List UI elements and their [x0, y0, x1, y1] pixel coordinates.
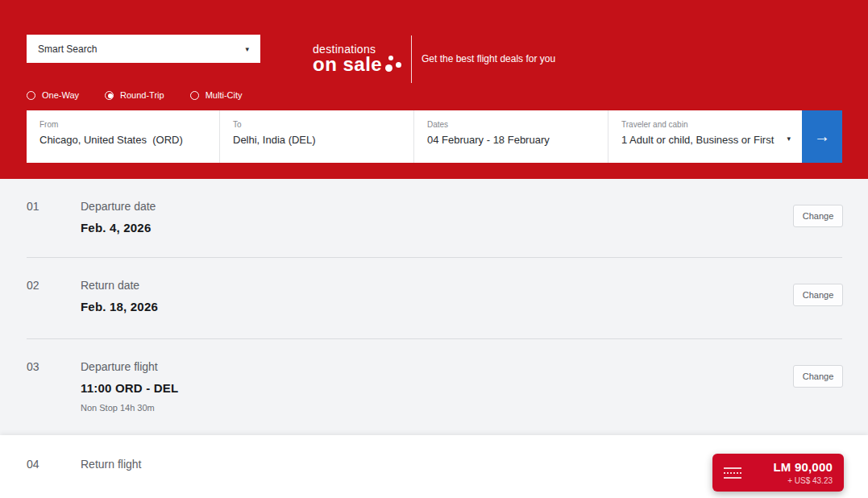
from-field[interactable]: From Chicago, United States (ORD)	[27, 110, 220, 163]
step-number: 04	[27, 458, 81, 471]
dates-field-value: 04 February - 18 February	[427, 134, 595, 146]
radio-round-trip[interactable]: Round-Trip	[105, 90, 164, 100]
traveler-cabin-field[interactable]: Traveler and cabin 1 Adult or child, Bus…	[608, 110, 802, 163]
destinations-on-sale-logo: destinations on sale	[313, 43, 382, 74]
change-return-date-button[interactable]: Change	[793, 284, 843, 306]
chevron-down-icon: ▾	[245, 45, 249, 53]
search-form: From Chicago, United States (ORD) To Del…	[27, 110, 842, 163]
departure-date-value: Feb. 4, 2026	[81, 221, 841, 234]
logo-dots-icon	[385, 56, 406, 75]
radio-one-way[interactable]: One-Way	[27, 90, 79, 100]
departure-flight-value: 11:00 ORD - DEL	[81, 381, 841, 395]
step-number: 01	[27, 200, 81, 234]
to-field-value: Delhi, India (DEL)	[233, 134, 401, 146]
price-miles: LM 90,000	[773, 460, 833, 474]
fare-breakdown-menu-icon	[724, 467, 741, 479]
header: Smart Search ▾ destinations on sale Get …	[0, 0, 868, 179]
change-departure-flight-button[interactable]: Change	[793, 365, 843, 388]
step-label: Departure date	[81, 200, 841, 213]
price-cash: + US$ 43.23	[773, 476, 833, 485]
radio-icon	[27, 91, 35, 100]
booking-page: Smart Search ▾ destinations on sale Get …	[0, 0, 868, 498]
search-submit-button[interactable]: →	[802, 110, 842, 163]
step-label: Return date	[81, 279, 841, 292]
smart-search-dropdown[interactable]: Smart Search ▾	[27, 35, 260, 63]
tagline: Get the best flight deals for you	[422, 53, 555, 64]
trip-type-radio-group: One-Way Round-Trip Multi-City	[27, 90, 243, 100]
radio-icon	[105, 91, 114, 100]
radio-label: Multi-City	[206, 90, 243, 100]
step-departure-date: 01 Departure date Feb. 4, 2026 Change	[0, 179, 868, 258]
dates-field-label: Dates	[427, 120, 595, 129]
price-summary-button[interactable]: LM 90,000 + US$ 43.23	[712, 454, 844, 492]
price-stack: LM 90,000 + US$ 43.23	[773, 460, 833, 485]
traveler-cabin-value: 1 Adult or child, Business or First	[621, 134, 789, 146]
traveler-cabin-label: Traveler and cabin	[621, 120, 789, 129]
logo-line-2: on sale	[313, 56, 382, 73]
arrow-right-icon: →	[814, 127, 830, 146]
to-field[interactable]: To Delhi, India (DEL)	[220, 110, 414, 163]
return-date-value: Feb. 18, 2026	[81, 300, 841, 313]
itinerary-steps: 01 Departure date Feb. 4, 2026 Change 02…	[0, 179, 868, 433]
radio-multi-city[interactable]: Multi-City	[190, 90, 243, 100]
header-divider	[411, 35, 412, 83]
radio-label: One-Way	[42, 90, 79, 100]
step-number: 02	[27, 279, 81, 313]
from-field-label: From	[39, 120, 206, 129]
from-field-value: Chicago, United States (ORD)	[39, 134, 206, 146]
step-departure-flight: 03 Departure flight 11:00 ORD - DEL Non …	[0, 339, 868, 433]
step-number: 03	[27, 360, 81, 413]
departure-flight-detail: Non Stop 14h 30m	[81, 403, 841, 413]
step-return-date: 02 Return date Feb. 18, 2026 Change	[0, 258, 868, 339]
radio-label: Round-Trip	[120, 90, 164, 100]
radio-icon	[190, 91, 199, 100]
bottom-bar: 04 Return flight LM 90,000 + US$ 43.23	[0, 435, 868, 498]
to-field-label: To	[233, 120, 401, 129]
smart-search-label: Smart Search	[38, 44, 97, 55]
dates-field[interactable]: Dates 04 February - 18 February	[414, 110, 608, 163]
change-departure-date-button[interactable]: Change	[793, 205, 843, 227]
step-label: Departure flight	[81, 360, 841, 373]
chevron-down-icon: ▾	[787, 135, 791, 143]
